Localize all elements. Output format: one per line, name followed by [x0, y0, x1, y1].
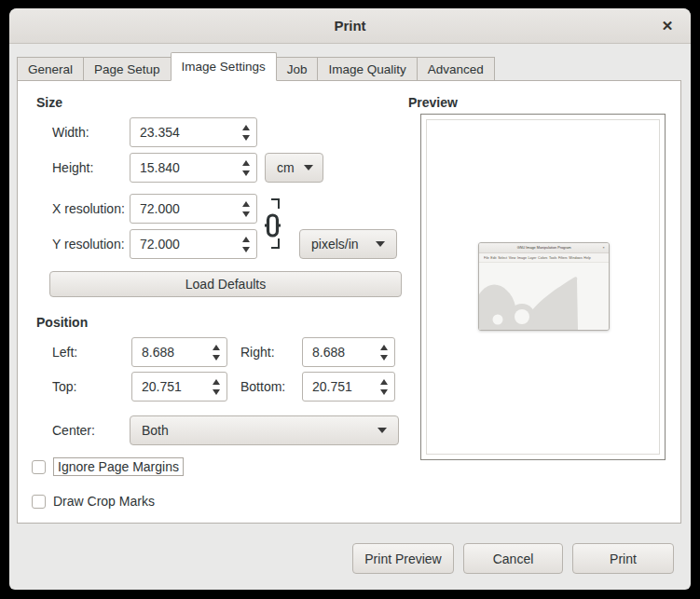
- spin-down-icon[interactable]: [242, 170, 250, 176]
- thumbnail-canvas: [479, 263, 609, 330]
- spin-down-icon[interactable]: [242, 211, 250, 217]
- thumbnail-titlebar: GNU Image Manipulation Program ×: [479, 243, 609, 253]
- center-label: Center:: [52, 415, 95, 445]
- height-input[interactable]: 15.840: [130, 153, 257, 183]
- height-label: Height:: [52, 153, 93, 183]
- draw-crop-marks-label[interactable]: Draw Crop Marks: [53, 494, 155, 509]
- width-input[interactable]: 23.354: [130, 117, 257, 147]
- height-spinner[interactable]: [240, 154, 256, 182]
- spin-up-icon[interactable]: [242, 125, 250, 130]
- close-icon[interactable]: ✕: [655, 8, 679, 44]
- spin-up-icon[interactable]: [242, 201, 250, 207]
- size-section-title: Size: [36, 95, 62, 110]
- tab-general[interactable]: General: [17, 57, 84, 81]
- spin-up-icon[interactable]: [380, 345, 388, 350]
- tab-bar: General Page Setup Image Settings Job Im…: [17, 52, 495, 81]
- tab-image-quality[interactable]: Image Quality: [317, 57, 417, 81]
- spin-up-icon[interactable]: [242, 160, 250, 166]
- draw-crop-marks-checkbox[interactable]: [32, 495, 46, 509]
- right-spinner[interactable]: [377, 338, 394, 366]
- thumbnail-menubar: File Edit Select View Image Layer Colors…: [479, 253, 609, 263]
- chain-bracket-bottom: [271, 238, 280, 249]
- preview-thumbnail: GNU Image Manipulation Program × File Ed…: [478, 242, 610, 331]
- thumbnail-menu-items: File Edit Select View Image Layer Colors…: [484, 253, 610, 262]
- tab-image-settings[interactable]: Image Settings: [171, 52, 277, 81]
- tab-advanced[interactable]: Advanced: [417, 57, 495, 81]
- thumbnail-close-icon: ×: [598, 243, 609, 252]
- preview-section-title: Preview: [408, 95, 458, 110]
- titlebar[interactable]: Print ✕: [9, 8, 691, 44]
- cancel-button[interactable]: Cancel: [463, 543, 563, 574]
- spin-up-icon[interactable]: [213, 345, 220, 350]
- y-resolution-value: 72.000: [130, 237, 240, 252]
- left-label: Left:: [52, 337, 77, 367]
- size-unit-value: cm: [277, 160, 295, 175]
- y-resolution-label: Y resolution:: [52, 229, 125, 259]
- tab-job[interactable]: Job: [276, 57, 319, 81]
- x-resolution-value: 72.000: [130, 201, 240, 216]
- y-resolution-spinner[interactable]: [240, 230, 256, 258]
- chain-bracket-top: [271, 198, 280, 209]
- center-value: Both: [142, 423, 169, 438]
- window-title: Print: [9, 8, 691, 44]
- print-button[interactable]: Print: [572, 543, 674, 574]
- position-section-title: Position: [36, 315, 88, 330]
- top-value: 20.751: [132, 379, 210, 394]
- ignore-page-margins-checkbox[interactable]: [32, 460, 46, 474]
- left-value: 8.688: [132, 345, 210, 360]
- bottom-value: 20.751: [303, 379, 377, 394]
- print-preview-button[interactable]: Print Preview: [352, 543, 454, 574]
- print-dialog: Print ✕ General Page Setup Image Setting…: [9, 8, 691, 590]
- right-input[interactable]: 8.688: [302, 337, 395, 367]
- draw-crop-marks-row: Draw Crop Marks: [32, 490, 155, 512]
- top-label: Top:: [52, 372, 76, 402]
- bottom-label: Bottom:: [240, 372, 285, 402]
- resolution-unit-dropdown[interactable]: pixels/in: [299, 229, 397, 259]
- wilber-watermark-icon: [479, 263, 609, 330]
- spin-up-icon[interactable]: [380, 379, 388, 385]
- print-preview-area[interactable]: GNU Image Manipulation Program × File Ed…: [420, 114, 666, 460]
- width-spinner[interactable]: [240, 118, 256, 146]
- spin-down-icon[interactable]: [242, 247, 250, 252]
- left-input[interactable]: 8.688: [131, 337, 227, 367]
- chevron-down-icon: [376, 241, 385, 247]
- ignore-page-margins-row: Ignore Page Margins: [32, 456, 184, 478]
- spin-up-icon[interactable]: [213, 379, 220, 385]
- chevron-down-icon: [377, 428, 387, 433]
- y-resolution-input[interactable]: 72.000: [130, 229, 257, 259]
- image-settings-panel: Size Width: 23.354 Height: 15.840 cm X r…: [17, 80, 681, 524]
- resolution-unit-value: pixels/in: [311, 237, 359, 252]
- spin-down-icon[interactable]: [242, 135, 250, 141]
- height-value: 15.840: [130, 160, 240, 175]
- tab-page-setup[interactable]: Page Setup: [83, 57, 172, 81]
- size-unit-dropdown[interactable]: cm: [265, 153, 323, 183]
- chevron-down-icon: [304, 165, 313, 170]
- width-value: 23.354: [130, 125, 240, 140]
- spin-down-icon[interactable]: [213, 355, 220, 361]
- thumbnail-title: GNU Image Manipulation Program: [479, 243, 609, 252]
- top-spinner[interactable]: [210, 373, 226, 401]
- right-value: 8.688: [303, 345, 377, 360]
- ignore-page-margins-label[interactable]: Ignore Page Margins: [53, 457, 184, 476]
- spin-down-icon[interactable]: [213, 389, 220, 395]
- x-resolution-spinner[interactable]: [240, 195, 256, 223]
- spin-down-icon[interactable]: [380, 389, 388, 395]
- width-label: Width:: [52, 117, 89, 147]
- left-spinner[interactable]: [210, 338, 226, 366]
- spin-up-icon[interactable]: [242, 237, 250, 242]
- center-dropdown[interactable]: Both: [130, 415, 399, 445]
- right-label: Right:: [240, 337, 275, 367]
- bottom-input[interactable]: 20.751: [302, 372, 395, 402]
- bottom-spinner[interactable]: [377, 373, 394, 401]
- top-input[interactable]: 20.751: [131, 372, 227, 402]
- load-defaults-button[interactable]: Load Defaults: [49, 271, 402, 297]
- x-resolution-label: X resolution:: [52, 194, 125, 224]
- x-resolution-input[interactable]: 72.000: [130, 194, 257, 224]
- spin-down-icon[interactable]: [380, 355, 388, 361]
